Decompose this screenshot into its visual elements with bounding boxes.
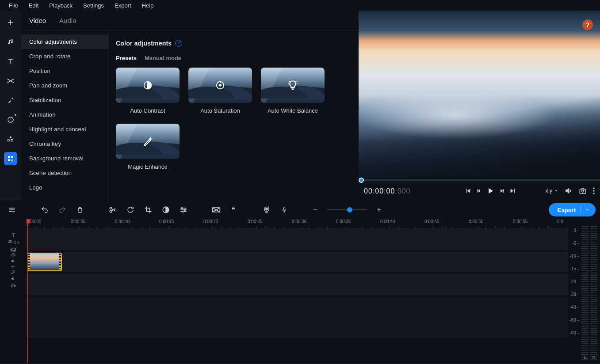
help-badge[interactable]: ? bbox=[582, 19, 593, 30]
mode-presets[interactable]: Presets bbox=[116, 55, 137, 61]
add-icon[interactable] bbox=[4, 16, 17, 29]
meter-label: -40 - bbox=[569, 305, 579, 310]
unlink-icon[interactable] bbox=[11, 283, 16, 287]
preset-thumb bbox=[261, 68, 325, 103]
sidelist-pan-zoom[interactable]: Pan and zoom bbox=[21, 78, 108, 93]
timeline-tracks[interactable]: 0:00:000:00:050:00:100:00:150:00:200:00:… bbox=[27, 219, 568, 363]
transition-tool-icon[interactable] bbox=[209, 202, 224, 217]
sidelist-chroma-key[interactable]: Chroma key bbox=[21, 136, 108, 151]
svg-point-16 bbox=[593, 187, 594, 189]
meter-label: -30 - bbox=[569, 292, 579, 297]
sidelist-background-removal[interactable]: Background removal bbox=[21, 151, 108, 166]
transition-icon[interactable] bbox=[4, 74, 17, 87]
menu-export[interactable]: Export bbox=[109, 0, 137, 11]
sidelist-position[interactable]: Position bbox=[21, 64, 108, 78]
audio-meter: 0 --5 --10 --15 --20 --30 --40 --50 --60… bbox=[568, 219, 600, 363]
volume-icon[interactable] bbox=[565, 187, 573, 195]
play-icon[interactable] bbox=[486, 187, 494, 195]
speaker-icon[interactable] bbox=[11, 276, 16, 281]
track-video[interactable] bbox=[27, 252, 568, 272]
prev-clip-icon[interactable] bbox=[464, 187, 471, 194]
track-title[interactable] bbox=[27, 229, 568, 250]
redo-icon[interactable] bbox=[55, 202, 70, 217]
wand-icon[interactable] bbox=[4, 94, 17, 107]
menu-file[interactable]: File bbox=[4, 0, 23, 11]
svg-point-41 bbox=[13, 254, 14, 255]
record-mic-icon[interactable] bbox=[277, 202, 292, 217]
zoom-out-icon[interactable] bbox=[308, 202, 323, 217]
timeline-ruler[interactable]: 0:00:000:00:050:00:100:00:150:00:200:00:… bbox=[27, 219, 568, 229]
speaker-icon[interactable] bbox=[11, 258, 16, 264]
track-audio[interactable] bbox=[27, 274, 568, 295]
preset-auto-contrast[interactable]: Auto Contrast bbox=[116, 68, 180, 114]
eye-icon[interactable] bbox=[8, 239, 13, 244]
tab-audio[interactable]: Audio bbox=[57, 14, 79, 27]
elements-icon[interactable] bbox=[4, 133, 17, 146]
text-icon[interactable] bbox=[4, 55, 17, 68]
timecode: 00:00:00.000 bbox=[364, 187, 410, 195]
undo-icon[interactable] bbox=[37, 202, 52, 217]
next-clip-icon[interactable] bbox=[509, 187, 516, 194]
menu-playback[interactable]: Playback bbox=[44, 0, 78, 11]
preset-label: Magic Enhance bbox=[128, 163, 168, 170]
zoom-in-icon[interactable] bbox=[371, 202, 386, 217]
sidelist-highlight-conceal[interactable]: Highlight and conceal bbox=[21, 122, 108, 136]
export-button[interactable]: Export bbox=[549, 203, 596, 216]
sidelist-scene-detection[interactable]: Scene detection bbox=[21, 166, 108, 180]
tab-video[interactable]: Video bbox=[27, 14, 49, 27]
color-icon[interactable] bbox=[158, 202, 173, 217]
sidelist-stabilization[interactable]: Stabilization bbox=[21, 93, 108, 107]
adjust-icon[interactable] bbox=[176, 202, 191, 217]
rotate-icon[interactable] bbox=[123, 202, 138, 217]
more-icon[interactable] bbox=[593, 187, 595, 194]
preset-label: Auto Contrast bbox=[130, 107, 165, 114]
menu-help[interactable]: Help bbox=[137, 0, 159, 11]
svg-rect-34 bbox=[283, 208, 285, 210]
scrubber-knob[interactable] bbox=[359, 178, 364, 183]
track-header-audio[interactable] bbox=[0, 269, 27, 287]
preview-scrubber[interactable] bbox=[359, 179, 600, 181]
playhead[interactable] bbox=[27, 219, 28, 363]
aspect-ratio-select[interactable]: x:y bbox=[546, 188, 558, 194]
snapshot-icon[interactable] bbox=[579, 187, 587, 195]
preset-magic-enhance[interactable]: Magic Enhance bbox=[116, 124, 180, 170]
crop-icon[interactable] bbox=[141, 202, 156, 217]
sidelist-logo[interactable]: Logo bbox=[21, 180, 108, 195]
preview-viewport[interactable]: ? bbox=[359, 11, 600, 179]
zoom-slider-knob[interactable] bbox=[347, 207, 352, 212]
next-frame-icon[interactable] bbox=[499, 188, 505, 194]
add-track-icon[interactable] bbox=[4, 202, 19, 217]
arrow-left-icon[interactable] bbox=[11, 265, 16, 269]
zoom-slider[interactable] bbox=[327, 209, 367, 210]
mode-manual[interactable]: Manual mode bbox=[145, 55, 181, 61]
track-empty[interactable] bbox=[27, 297, 568, 337]
music-icon[interactable] bbox=[4, 35, 17, 49]
sidelist-color-adjustments[interactable]: Color adjustments bbox=[21, 34, 108, 49]
menu-edit[interactable]: Edit bbox=[23, 0, 44, 11]
preset-label: Auto Saturation bbox=[200, 107, 240, 114]
stickers-icon[interactable] bbox=[4, 113, 17, 126]
ruler-tick: 0:00:15 bbox=[159, 219, 174, 224]
tool-list: Color adjustments Crop and rotate Positi… bbox=[21, 31, 109, 201]
preset-auto-saturation[interactable]: Auto Saturation bbox=[188, 68, 252, 114]
sidelist-animation[interactable]: Animation bbox=[21, 107, 108, 122]
preset-label: Auto White Balance bbox=[268, 107, 318, 114]
track-header-title[interactable]: T bbox=[0, 229, 27, 246]
svg-point-28 bbox=[184, 209, 186, 211]
prev-frame-icon[interactable] bbox=[476, 188, 482, 194]
link-icon[interactable] bbox=[14, 239, 19, 244]
marker-icon[interactable] bbox=[226, 202, 241, 217]
more-tools-icon[interactable] bbox=[4, 152, 17, 165]
video-clip[interactable] bbox=[27, 253, 62, 271]
delete-icon[interactable] bbox=[73, 202, 88, 217]
ruler-tick: 0:00:25 bbox=[248, 219, 262, 224]
sidelist-crop-rotate[interactable]: Crop and rotate bbox=[21, 49, 108, 64]
svg-rect-5 bbox=[8, 159, 10, 161]
preset-auto-white-balance[interactable]: Auto White Balance bbox=[261, 68, 325, 114]
split-icon[interactable] bbox=[105, 202, 120, 217]
record-screen-icon[interactable] bbox=[259, 202, 274, 217]
eye-icon[interactable] bbox=[11, 253, 16, 257]
menu-settings[interactable]: Settings bbox=[78, 0, 109, 11]
track-header-video[interactable] bbox=[0, 246, 27, 269]
help-icon[interactable]: ? bbox=[175, 40, 182, 47]
